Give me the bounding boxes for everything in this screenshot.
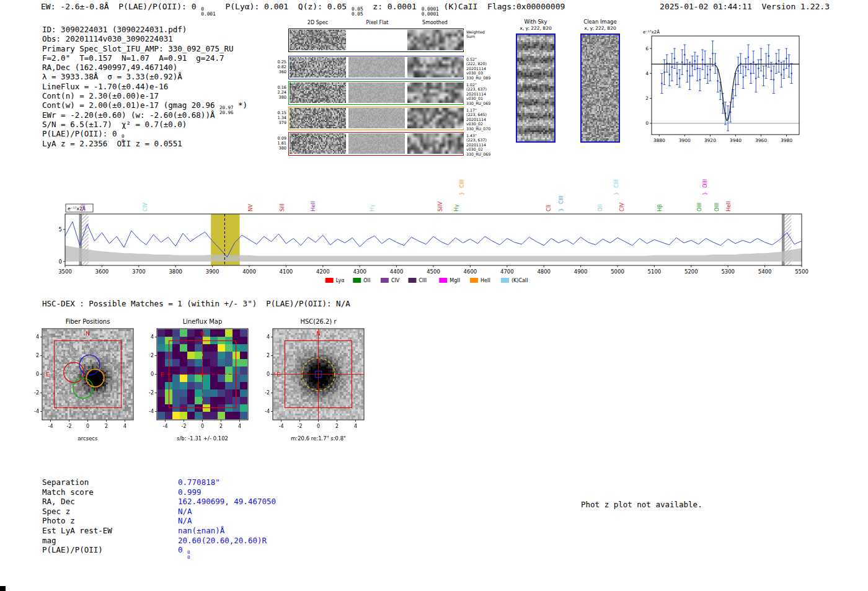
text-segment: 0 xyxy=(178,545,187,554)
weighted-sum-label: WeightedSum xyxy=(466,30,496,39)
spectrum-line xyxy=(65,222,802,257)
x-tick-label: -2 xyxy=(298,424,303,429)
emission-line-label: CIII xyxy=(558,196,564,204)
x-tick-label: 3960 xyxy=(755,138,767,143)
annotation-line: (223, 645) xyxy=(466,112,496,117)
annotation-line: (222, 820) xyxy=(466,61,496,66)
stacked-fraction: 0.050.05 xyxy=(352,7,363,17)
data-point xyxy=(686,70,688,72)
annotation-line: v030_02 xyxy=(466,147,496,151)
with-sky-title: With Sky xyxy=(507,19,564,25)
text-segment: Obs: 20201114v030_3090224031 xyxy=(42,34,173,43)
x-tick-label: 4 xyxy=(123,424,126,429)
text-segment: RA,Dec (162.490997,49.467140) xyxy=(42,63,177,72)
text-segment: (K)CaII Flags:0x00000009 xyxy=(439,2,565,11)
spec2d-spec-image xyxy=(290,82,346,103)
data-point xyxy=(663,71,665,73)
emission-line-label: HeII xyxy=(310,201,316,211)
annotation-line: v030_03 xyxy=(466,71,496,75)
emission-line-label: Hγ xyxy=(369,205,375,211)
match-table-value: N/A xyxy=(178,507,192,517)
with-sky-image xyxy=(516,33,556,143)
full-spectrum-plot: e⁻¹⁷x2Å350036003700380039004000410042004… xyxy=(59,165,812,292)
legend-swatch xyxy=(409,278,417,283)
info-line: F=2.0" T=0.157 N=1.07 A=0.91 g=24.7 xyxy=(42,53,247,63)
y-tick-label: 0 xyxy=(59,259,62,265)
text-segment: Cont(w) = 2.00(±0.01)e-17 (gmag 20.96 xyxy=(42,100,219,110)
stacked-fraction: 00.001 xyxy=(201,7,215,17)
data-point xyxy=(750,73,752,74)
y-tick-label: 2 xyxy=(36,353,39,358)
emission-line-label: Hβ xyxy=(657,204,663,211)
data-point xyxy=(781,74,782,76)
fiber-circle xyxy=(62,383,82,402)
spec2d-flat-image xyxy=(348,57,405,78)
emission-line-label: CIII xyxy=(613,180,619,188)
y-tick-label: -4 xyxy=(34,409,39,414)
info-line: λ = 3933.38Å σ = 3.33(±0.92)Å xyxy=(42,72,247,81)
spec2d-row-annotation: 1.43"(223, 637)20201114v030_02330_RU_069 xyxy=(466,133,496,156)
y-tick-label: 4 xyxy=(645,71,649,76)
text-segment: ID: 3090224031 (3090224031.pdf) xyxy=(42,25,187,34)
header-summary: EW: -2.6±-0.8Å P(LAE)/P(OII): 0 00.001 P… xyxy=(41,2,565,17)
x-tick-label: 5500 xyxy=(795,269,808,275)
east-label: E xyxy=(46,371,50,378)
x-tick-label: 4100 xyxy=(280,269,293,275)
x-tick-label: -4 xyxy=(48,424,53,429)
match-table-label: Separation xyxy=(42,478,178,487)
x-tick-label: 5100 xyxy=(648,269,662,275)
x-tick-label: 3900 xyxy=(679,138,691,143)
fiber-circle xyxy=(55,370,75,389)
data-point xyxy=(671,66,673,68)
match-table-label: P(LAE)/P(OII) xyxy=(42,545,178,555)
annotation-line: 1.43" xyxy=(466,133,496,138)
x-tick-label: 0 xyxy=(201,424,204,429)
with-sky-panel: With Sky x, y: 222, 820 xyxy=(507,19,564,143)
x-tick-label: 4 xyxy=(354,424,357,429)
match-table-row: Est LyA rest-EWnan(±nan)Å xyxy=(42,526,276,536)
line-brace: } xyxy=(459,192,465,195)
weight-value: 1.34 xyxy=(273,115,286,120)
legend-swatch xyxy=(381,278,389,283)
annotation-line: 20201114 xyxy=(466,117,496,122)
y-axis-label: e⁻¹⁷x2Å xyxy=(643,29,660,35)
data-point xyxy=(753,61,755,63)
y-tick-label: 2 xyxy=(267,353,270,358)
data-point xyxy=(735,84,737,86)
line-brace: } xyxy=(702,192,708,195)
text-segment: LineFlux = -1.70(±0.44)e-16 xyxy=(42,82,168,91)
text-segment: N/A xyxy=(178,507,192,516)
x-tick-label: -4 xyxy=(279,424,284,429)
weight-value: 380 xyxy=(273,95,286,100)
x-tick-label: 3600 xyxy=(95,269,109,275)
x-tick-label: 2 xyxy=(105,424,108,429)
spec2d-spec-image xyxy=(290,108,346,128)
y-tick-label: -4 xyxy=(149,409,154,414)
spec2d-row-annotation: 1.02"(223, 637)20201114v030_01330_RU_069 xyxy=(466,82,496,105)
elixer-report-page: EW: -2.6±-0.8Å P(LAE)/P(OII): 0 00.001 P… xyxy=(0,0,868,591)
detection-info-block: ID: 3090224031 (3090224031.pdf)Obs: 2020… xyxy=(42,25,247,148)
match-table-label: RA, Dec xyxy=(42,497,178,507)
spec2d-row-annotation: 1.17"(223, 645)20201114v030_02330_RU_070 xyxy=(466,108,496,131)
data-point xyxy=(707,74,709,76)
x-tick-label: -4 xyxy=(163,424,168,429)
x-tick-label: 3700 xyxy=(132,269,146,275)
emission-line-label: CIII xyxy=(459,180,465,188)
data-point xyxy=(760,59,762,61)
legend-label: HeII xyxy=(480,278,490,283)
spec2d-row-weights: 0.091.61380 xyxy=(273,136,286,151)
emission-line-label: HeII xyxy=(725,201,732,211)
spec2d-smooth-image xyxy=(407,82,464,103)
legend-swatch xyxy=(501,278,509,283)
data-point xyxy=(768,55,769,57)
data-point xyxy=(661,82,663,84)
emission-line-label: CIV xyxy=(142,203,148,211)
match-table-label: Spec z xyxy=(42,507,178,517)
spec2d-smooth-image xyxy=(407,57,464,78)
spec2d-flat-image xyxy=(348,108,405,128)
x-tick-label: 5000 xyxy=(611,269,624,275)
y-tick-label: 0 xyxy=(267,371,270,377)
emission-line-label: CIV xyxy=(619,203,625,211)
legend-swatch xyxy=(326,278,334,283)
spec2d-fiber-row xyxy=(288,81,464,105)
